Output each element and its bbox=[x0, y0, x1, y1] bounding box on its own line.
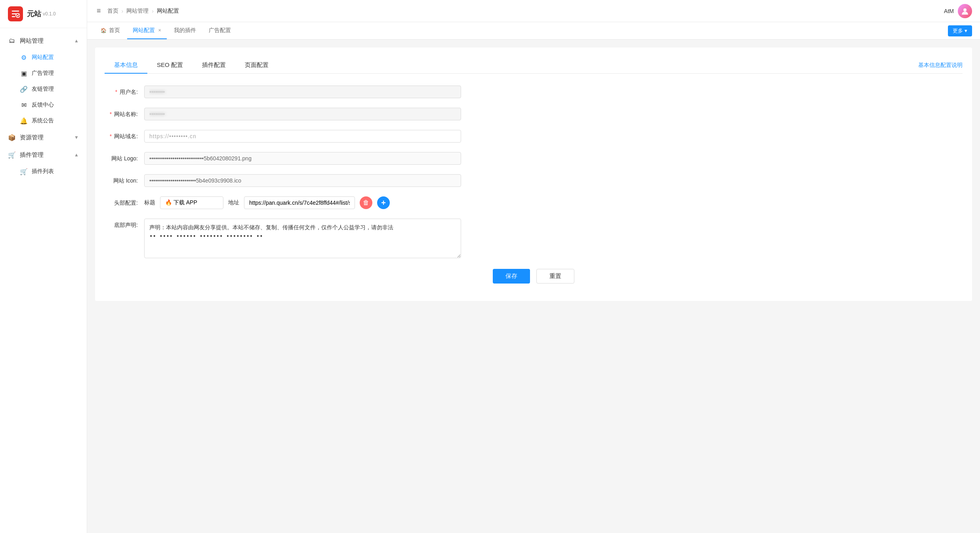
tab-plugin-config[interactable]: 插件配置 bbox=[193, 57, 235, 74]
add-header-button[interactable]: + bbox=[377, 196, 390, 209]
link-icon: 🔗 bbox=[20, 85, 28, 93]
help-link[interactable]: 基本信息配置说明 bbox=[918, 62, 963, 69]
icon-row: 网站 Icon: bbox=[105, 174, 461, 187]
domain-row: * 网站域名: bbox=[105, 130, 461, 143]
resource-icon: 📦 bbox=[8, 133, 16, 141]
sidebar-subitem-label: 友链管理 bbox=[32, 86, 54, 93]
more-button[interactable]: 更多 ▾ bbox=[948, 25, 972, 36]
header-config-control: 标题 地址 🗑 + bbox=[144, 196, 461, 209]
tab-page-config[interactable]: 页面配置 bbox=[235, 57, 278, 74]
reset-button[interactable]: 重置 bbox=[536, 269, 574, 284]
plugin-icon: 🛒 bbox=[8, 151, 16, 159]
inner-tab-label: 页面配置 bbox=[245, 61, 269, 68]
header-config-row: 头部配置: 标题 地址 🗑 + bbox=[105, 196, 461, 209]
sidebar-item-feedback[interactable]: ✉ 反馈中心 bbox=[20, 97, 87, 113]
footer-label: 底部声明: bbox=[105, 219, 144, 229]
user-avatar[interactable] bbox=[958, 4, 972, 18]
sidebar-item-label: 资源管理 bbox=[20, 134, 44, 141]
sitename-row: * 网站名称: bbox=[105, 108, 461, 120]
breadcrumb-current: 网站配置 bbox=[157, 8, 179, 15]
header-config-label: 头部配置: bbox=[105, 196, 144, 207]
save-button[interactable]: 保存 bbox=[493, 269, 530, 284]
tab-seo-config[interactable]: SEO 配置 bbox=[147, 57, 193, 74]
menu-toggle-button[interactable]: ≡ bbox=[95, 5, 103, 17]
user-name: AtM bbox=[944, 8, 954, 14]
sidebar-item-resource-mgmt[interactable]: 📦 资源管理 ▼ bbox=[0, 129, 87, 146]
sidebar-menu: 🗂 网站管理 ▲ ⚙ 网站配置 ▣ 广告管理 🔗 友链管理 ✉ 反馈中心 bbox=[0, 28, 87, 183]
footer-textarea[interactable]: 声明：本站内容由网友分享提供。本站不储存、复制、传播任何文件，仅作个人公益学习，… bbox=[144, 219, 461, 258]
chevron-down-icon: ▾ bbox=[965, 28, 967, 34]
sidebar-item-notice[interactable]: 🔔 系统公告 bbox=[20, 113, 87, 129]
plugin-mgmt-submenu: 🛒 插件列表 bbox=[0, 164, 87, 179]
header-addr-label-text: 地址 bbox=[228, 199, 239, 206]
username-row: * 用户名: bbox=[105, 86, 461, 98]
bell-icon: 🔔 bbox=[20, 117, 28, 125]
sidebar-item-website-mgmt[interactable]: 🗂 网站管理 ▲ bbox=[0, 32, 87, 49]
icon-input[interactable] bbox=[144, 174, 461, 187]
more-btn-label: 更多 bbox=[953, 27, 963, 34]
domain-control bbox=[144, 130, 461, 143]
tab-bar: 🏠 首页 网站配置 ✕ 我的插件 广告配置 更多 ▾ bbox=[87, 22, 980, 40]
sidebar: 元站 v0.1.0 🗂 网站管理 ▲ ⚙ 网站配置 ▣ 广告管理 🔗 友链管理 bbox=[0, 0, 87, 533]
breadcrumb-home[interactable]: 首页 bbox=[107, 8, 118, 15]
chevron-up-icon: ▲ bbox=[74, 38, 79, 44]
logo-label: 网站 Logo: bbox=[105, 152, 144, 162]
header-config-inputs: 标题 地址 🗑 + bbox=[144, 196, 461, 209]
breadcrumb: 首页 › 网站管理 › 网站配置 bbox=[107, 8, 179, 15]
tab-label: 网站配置 bbox=[133, 27, 155, 34]
sidebar-item-label: 网站管理 bbox=[20, 37, 44, 45]
content-area: 基本信息 SEO 配置 插件配置 页面配置 基本信息配置说明 bbox=[87, 40, 980, 533]
tab-home[interactable]: 🏠 首页 bbox=[95, 22, 126, 39]
breadcrumb-website-mgmt[interactable]: 网站管理 bbox=[126, 8, 149, 15]
header-url-input[interactable] bbox=[244, 196, 355, 209]
sidebar-subitem-label: 网站配置 bbox=[32, 54, 54, 61]
tab-ad-config[interactable]: 广告配置 bbox=[203, 22, 236, 39]
header-title-input[interactable] bbox=[160, 196, 223, 209]
icon-label: 网站 Icon: bbox=[105, 174, 144, 185]
tab-label: 广告配置 bbox=[209, 27, 231, 34]
username-label: * 用户名: bbox=[105, 86, 144, 96]
plus-icon: + bbox=[381, 198, 386, 207]
sidebar-item-ad-mgmt[interactable]: ▣ 广告管理 bbox=[20, 65, 87, 81]
sidebar-subitem-label: 广告管理 bbox=[32, 70, 54, 77]
website-mgmt-submenu: ⚙ 网站配置 ▣ 广告管理 🔗 友链管理 ✉ 反馈中心 🔔 系统公告 bbox=[0, 49, 87, 129]
tab-website-config[interactable]: 网站配置 ✕ bbox=[127, 22, 167, 39]
domain-input[interactable] bbox=[144, 130, 461, 143]
sidebar-item-website-config[interactable]: ⚙ 网站配置 bbox=[20, 49, 87, 65]
breadcrumb-sep2: › bbox=[152, 8, 154, 14]
tab-label: 首页 bbox=[109, 27, 120, 34]
logo-icon bbox=[8, 6, 23, 21]
main-area: ≡ 首页 › 网站管理 › 网站配置 AtM 🏠 首页 bbox=[87, 0, 980, 533]
required-mark: * bbox=[110, 133, 112, 139]
sidebar-item-friend-links[interactable]: 🔗 友链管理 bbox=[20, 81, 87, 97]
action-row: 保存 重置 bbox=[105, 269, 963, 291]
tab-basic-info[interactable]: 基本信息 bbox=[105, 57, 147, 74]
ad-icon: ▣ bbox=[20, 69, 28, 77]
username-input[interactable] bbox=[144, 86, 461, 98]
tab-close-icon[interactable]: ✕ bbox=[158, 28, 161, 32]
sitename-control bbox=[144, 108, 461, 120]
basic-info-form: * 用户名: * 网站名称: bbox=[105, 86, 461, 259]
icon-control bbox=[144, 174, 461, 187]
plugin-list-icon: 🛒 bbox=[20, 168, 28, 175]
username-control bbox=[144, 86, 461, 98]
delete-header-button[interactable]: 🗑 bbox=[360, 196, 372, 209]
inner-tabs: 基本信息 SEO 配置 插件配置 页面配置 bbox=[105, 57, 278, 73]
logo-row: 网站 Logo: bbox=[105, 152, 461, 165]
chevron-down-icon: ▼ bbox=[74, 135, 79, 140]
header-right: AtM bbox=[944, 4, 972, 18]
inner-tab-label: SEO 配置 bbox=[157, 61, 183, 68]
sidebar-item-plugin-list[interactable]: 🛒 插件列表 bbox=[20, 164, 87, 179]
content-card: 基本信息 SEO 配置 插件配置 页面配置 基本信息配置说明 bbox=[95, 48, 972, 301]
sidebar-subitem-label: 插件列表 bbox=[32, 168, 54, 175]
logo-name: 元站 bbox=[27, 9, 41, 19]
sitename-label: * 网站名称: bbox=[105, 108, 144, 118]
sitename-input[interactable] bbox=[144, 108, 461, 120]
sidebar-item-plugin-mgmt[interactable]: 🛒 插件管理 ▲ bbox=[0, 146, 87, 164]
footer-control: 声明：本站内容由网友分享提供。本站不储存、复制、传播任何文件，仅作个人公益学习，… bbox=[144, 219, 461, 259]
logo-input[interactable] bbox=[144, 152, 461, 165]
trash-icon: 🗑 bbox=[363, 199, 369, 206]
tab-my-plugins[interactable]: 我的插件 bbox=[168, 22, 202, 39]
inner-tab-label: 插件配置 bbox=[202, 61, 226, 68]
required-mark: * bbox=[110, 111, 112, 117]
